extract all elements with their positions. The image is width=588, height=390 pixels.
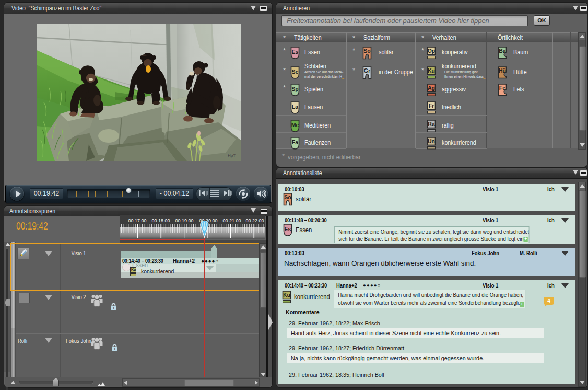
svg-text:Me: Me xyxy=(291,122,299,128)
svg-text:Sc: Sc xyxy=(292,68,299,75)
svg-text:Ku: Ku xyxy=(283,292,290,298)
svg-text:Ag: Ag xyxy=(428,85,435,91)
svg-text:Op: Op xyxy=(428,48,436,54)
svg-text:Un: Un xyxy=(428,138,435,144)
svg-text:So: So xyxy=(284,194,291,200)
svg-text:Fe: Fe xyxy=(499,85,505,91)
svg-text:Es: Es xyxy=(292,49,299,55)
svg-text:1: 1 xyxy=(113,306,115,310)
svg-text:Gr: Gr xyxy=(364,67,370,74)
svg-text:Ku: Ku xyxy=(428,67,435,74)
svg-text:Sp: Sp xyxy=(291,86,298,92)
svg-text:Ba: Ba xyxy=(499,48,506,54)
svg-text:Fr: Fr xyxy=(429,102,434,109)
svg-text:1: 1 xyxy=(114,347,116,351)
svg-text:HpT: HpT xyxy=(228,153,236,158)
svg-text:Hü: Hü xyxy=(499,67,506,74)
svg-text:Ra: Ra xyxy=(428,121,435,127)
svg-text:So: So xyxy=(363,48,370,54)
svg-text:La: La xyxy=(292,104,298,110)
svg-text:Fa: Fa xyxy=(292,139,298,145)
svg-text:Es: Es xyxy=(285,226,291,232)
